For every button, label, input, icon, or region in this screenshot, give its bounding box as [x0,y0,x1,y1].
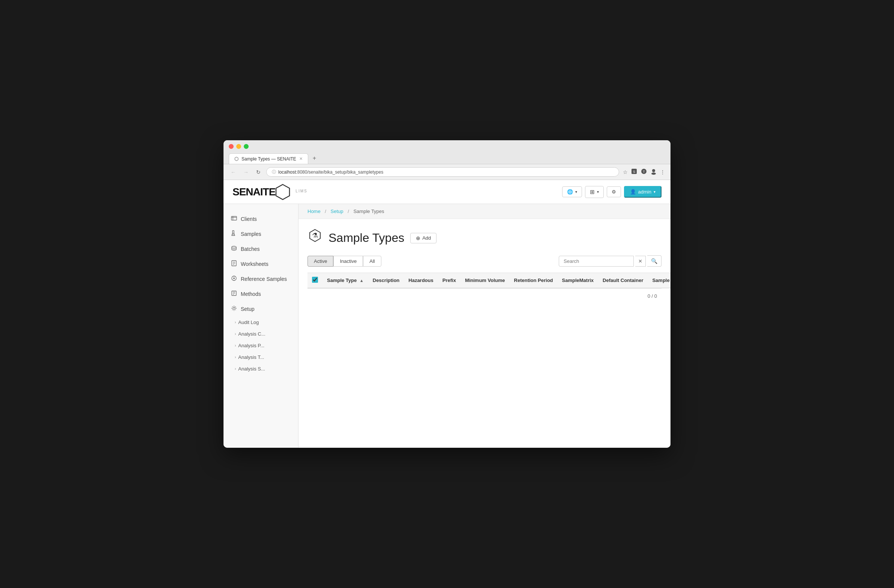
tab-title: Sample Types — SENAITE [242,156,296,162]
methods-icon [231,290,237,298]
svg-point-25 [233,307,235,309]
add-button[interactable]: ⊕ Add [410,233,436,243]
select-all-checkbox[interactable] [312,277,318,283]
filter-active-button[interactable]: Active [308,256,334,267]
table-header-hazardous[interactable]: Hazardous [404,273,438,289]
reload-button[interactable]: ↻ [254,168,263,176]
sidebar-item-clients[interactable]: Clients [224,212,298,227]
globe-button[interactable]: 🌐 ▾ [562,186,582,197]
tab-close-button[interactable]: ✕ [299,156,303,161]
extension1-button[interactable]: S [631,168,637,176]
user-caret: ▾ [654,190,655,194]
svg-point-5 [651,172,656,175]
filter-inactive-button[interactable]: Inactive [334,256,363,267]
sidebar-subitem-audit-log[interactable]: › Audit Log [224,316,298,328]
breadcrumb-sep1: / [325,209,326,214]
header-actions: 🌐 ▾ ⊞ ▾ ⚙ 👤 admin ▾ [562,186,661,198]
table-count: 0 / 0 [648,293,657,299]
close-button[interactable] [229,144,234,149]
maximize-button[interactable] [244,144,249,149]
search-clear-button[interactable]: ✕ [635,256,646,267]
chevron-icon: › [235,343,236,348]
svg-text:T: T [643,170,645,174]
sidebar-subitem-analysis-p-label: Analysis P... [238,343,264,348]
user-name: admin [638,189,651,195]
table-header-retention-period[interactable]: Retention Period [510,273,558,289]
table-header-checkbox[interactable] [308,273,323,289]
sidebar-subitem-analysis-c-label: Analysis C... [238,331,265,337]
minimize-button[interactable] [236,144,241,149]
sidebar-item-samples-label: Samples [241,231,261,237]
sidebar-subitem-analysis-c[interactable]: › Analysis C... [224,328,298,340]
reference-samples-icon [231,275,237,283]
settings-button[interactable]: ⚙ [607,186,621,197]
search-input[interactable] [559,256,634,267]
sidebar: Clients Samples Batches Worksheets [224,204,299,448]
sort-icon: ▲ [359,278,364,283]
menu-button[interactable]: ⋮ [660,169,665,175]
sidebar-item-methods[interactable]: Methods [224,287,298,301]
sidebar-subitem-analysis-t-label: Analysis T... [238,354,264,360]
breadcrumb-current: Sample Types [353,209,384,214]
setup-icon [231,305,237,313]
bookmark-button[interactable]: ☆ [623,169,628,175]
globe-caret: ▾ [575,190,577,194]
logo-hex-icon [275,184,290,200]
sidebar-subitem-analysis-s[interactable]: › Analysis S... [224,363,298,375]
sidebar-subitem-audit-label: Audit Log [238,319,259,325]
logo-lims: LIMS [296,189,307,193]
extension2-button[interactable]: T [640,168,647,176]
sidebar-subitem-analysis-s-label: Analysis S... [238,366,265,372]
sidebar-item-reference-samples[interactable]: Reference Samples [224,272,298,287]
address-bar[interactable]: ⓘ localhost:8080/senaite/bika_setup/bika… [266,167,619,177]
globe-icon: 🌐 [567,189,573,195]
sidebar-subitem-analysis-p[interactable]: › Analysis P... [224,340,298,351]
chevron-icon: › [235,332,236,336]
user-icon: 👤 [630,189,636,195]
svg-point-4 [652,169,655,172]
search-go-button[interactable]: 🔍 [647,255,661,267]
security-icon: ⓘ [272,169,276,175]
worksheets-icon [231,260,237,268]
page-header: ⚗ Sample Types ⊕ Add [308,228,661,248]
chevron-icon: › [235,320,236,324]
sidebar-subitem-analysis-t[interactable]: › Analysis T... [224,351,298,363]
sidebar-item-reference-samples-label: Reference Samples [241,276,287,282]
sidebar-item-clients-label: Clients [241,216,257,222]
back-button[interactable]: ← [229,168,238,176]
sidebar-item-samples[interactable]: Samples [224,227,298,242]
table-header-description[interactable]: Description [368,273,404,289]
filter-all-button[interactable]: All [363,256,381,267]
clear-icon: ✕ [638,258,642,264]
breadcrumb-setup[interactable]: Setup [331,209,343,214]
table-header-sample-points[interactable]: Sample Points [648,273,670,289]
new-tab-button[interactable]: + [309,153,320,164]
profile-button[interactable] [650,168,657,176]
app-header: SENAITE LIMS 🌐 ▾ ⊞ ▾ ⚙ 👤 [224,180,670,204]
filter-row: Active Inactive All ✕ 🔍 [308,255,661,267]
sidebar-item-methods-label: Methods [241,291,261,297]
active-tab[interactable]: ⬡ Sample Types — SENAITE ✕ [229,153,308,164]
sidebar-item-worksheets-label: Worksheets [241,261,269,267]
svg-text:⚗: ⚗ [312,232,318,239]
sidebar-item-batches-label: Batches [241,246,260,252]
data-table: Sample Type ▲ Description Hazardous Pref… [308,273,670,289]
grid-caret: ▾ [597,190,599,194]
table-header-sample-type[interactable]: Sample Type ▲ [323,273,368,289]
batches-icon [231,245,237,253]
sidebar-item-batches[interactable]: Batches [224,242,298,257]
forward-button[interactable]: → [242,168,251,176]
sidebar-item-setup[interactable]: Setup [224,301,298,316]
page-icon: ⚗ [308,228,323,248]
table-header-sample-matrix[interactable]: SampleMatrix [558,273,598,289]
sidebar-item-worksheets[interactable]: Worksheets [224,257,298,272]
breadcrumb-home[interactable]: Home [308,209,321,214]
svg-marker-6 [276,184,290,200]
table-footer: 0 / 0 [308,289,661,303]
chevron-icon: › [235,367,236,371]
table-header-default-container[interactable]: Default Container [598,273,648,289]
user-menu-button[interactable]: 👤 admin ▾ [624,186,661,198]
table-header-prefix[interactable]: Prefix [438,273,461,289]
grid-button[interactable]: ⊞ ▾ [585,186,604,198]
table-header-min-volume[interactable]: Minimum Volume [461,273,510,289]
